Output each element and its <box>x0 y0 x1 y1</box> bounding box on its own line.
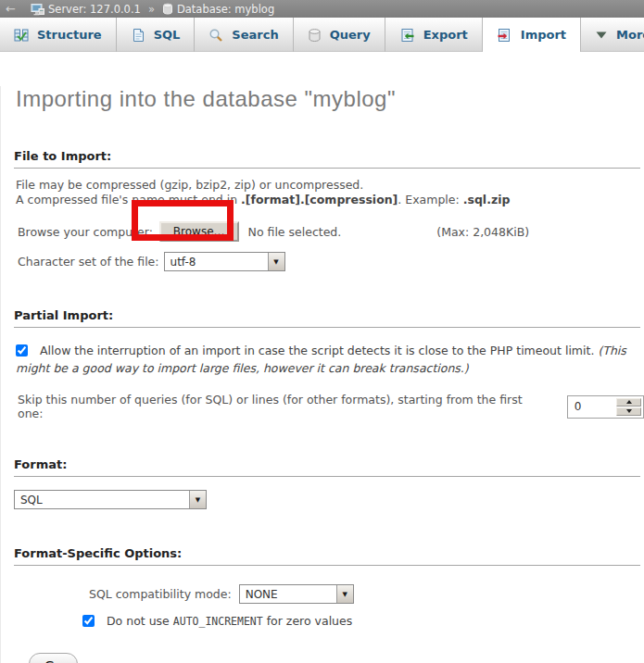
tab-structure[interactable]: Structure <box>0 18 117 52</box>
tab-search[interactable]: Search <box>195 18 293 52</box>
stepper-buttons <box>616 398 641 416</box>
tab-import[interactable]: Import <box>483 18 581 52</box>
info-line2-mid: . Example: <box>398 193 462 206</box>
tab-query[interactable]: Query <box>294 18 385 52</box>
dropdown-arrow-icon[interactable]: ▼ <box>189 491 206 508</box>
format-heading: Format: <box>14 457 640 477</box>
info-line1: File may be compressed (gzip, bzip2, zip… <box>16 178 363 192</box>
tab-label: SQL <box>154 28 181 42</box>
sql-compatibility-select[interactable]: NONE ▼ <box>239 584 354 604</box>
back-arrow-icon[interactable]: ← <box>6 2 26 16</box>
charset-label: Character set of the file: <box>18 255 159 269</box>
format-options-heading: Format-Specific Options: <box>14 546 640 566</box>
browse-label: Browse your computer: <box>18 225 153 239</box>
browse-button[interactable]: Browse… <box>159 221 239 242</box>
breadcrumb-database-label: Database: myblog <box>177 3 274 16</box>
sql-compatibility-value: NONE <box>240 585 336 603</box>
search-icon <box>208 28 223 43</box>
arrow-up-icon <box>626 400 632 404</box>
database-icon <box>162 3 173 15</box>
sql-compatibility-label: SQL compatibility mode: <box>89 587 232 601</box>
breadcrumb-separator: » <box>148 3 155 16</box>
info-example: .sql.zip <box>463 193 511 206</box>
skip-queries-label: Skip this number of queries (for SQL) or… <box>18 393 526 420</box>
breadcrumb-database[interactable]: Database: myblog <box>162 3 274 16</box>
sql-compatibility-row: SQL compatibility mode: NONE ▼ <box>1 584 644 604</box>
auto-increment-keyword: AUTO_INCREMENT <box>173 615 263 628</box>
tab-more[interactable]: More <box>581 18 644 52</box>
auto-increment-text-prefix: Do not use <box>107 614 173 628</box>
skip-queries-value: 0 <box>570 398 616 416</box>
tab-export[interactable]: Export <box>385 18 483 52</box>
breadcrumb-server[interactable]: Server: 127.0.0.1 <box>31 3 141 16</box>
go-button[interactable]: Go <box>29 653 78 663</box>
tab-sql[interactable]: SQL <box>117 18 196 52</box>
tab-label: Search <box>232 28 278 42</box>
stepper-up-button[interactable] <box>616 398 641 407</box>
server-icon <box>31 3 44 16</box>
page-title: Importing into the database "myblog" <box>16 86 644 112</box>
tab-bar: Structure SQL Search Query Export <box>0 18 644 52</box>
compression-info: File may be compressed (gzip, bzip2, zip… <box>16 178 644 207</box>
structure-icon <box>14 28 29 43</box>
format-select[interactable]: SQL ▼ <box>14 490 207 509</box>
browse-row: Browse your computer: Browse… No file se… <box>1 219 644 244</box>
max-upload-size: (Max: 2,048KiB) <box>436 225 529 239</box>
tab-label: Export <box>423 28 468 42</box>
charset-selected-value: utf-8 <box>165 253 268 270</box>
allow-interrupt-text: Allow the interruption of an import in c… <box>40 344 598 357</box>
allow-interrupt-checkbox[interactable] <box>16 344 28 357</box>
allow-interrupt-row: Allow the interruption of an import in c… <box>16 342 635 377</box>
main-content: Importing into the database "myblog" Fil… <box>0 86 644 663</box>
tab-label: More <box>616 28 644 42</box>
info-line2-prefix: A compressed file's name must end in <box>16 193 241 206</box>
skip-queries-row: Skip this number of queries (for SQL) or… <box>1 393 644 420</box>
tab-label: Import <box>521 28 566 42</box>
no-file-selected-text: No file selected. <box>248 225 342 239</box>
stepper-down-button[interactable] <box>616 407 641 416</box>
file-to-import-heading: File to Import: <box>14 149 640 169</box>
tab-label: Query <box>330 28 371 42</box>
phpmyadmin-import-page: ← Server: 127.0.0.1 » Database: myblog S… <box>0 0 644 663</box>
export-icon <box>399 28 415 43</box>
auto-increment-row: Do not use AUTO_INCREMENT for zero value… <box>1 614 644 628</box>
charset-select[interactable]: utf-8 ▼ <box>164 252 285 271</box>
dropdown-arrow-icon[interactable]: ▼ <box>268 253 284 270</box>
breadcrumb-server-label: Server: 127.0.0.1 <box>48 3 141 16</box>
format-selected-value: SQL <box>15 491 189 508</box>
dropdown-arrow-icon[interactable]: ▼ <box>336 585 353 603</box>
breadcrumb-bar: ← Server: 127.0.0.1 » Database: myblog <box>0 0 644 18</box>
arrow-down-icon <box>626 409 632 413</box>
import-icon <box>497 28 512 43</box>
chevron-down-icon <box>595 31 608 40</box>
sql-icon <box>131 28 145 43</box>
partial-import-heading: Partial Import: <box>14 308 640 328</box>
charset-row: Character set of the file: utf-8 ▼ <box>1 252 644 271</box>
auto-increment-text-suffix: for zero values <box>263 614 353 628</box>
tab-label: Structure <box>37 28 102 42</box>
skip-queries-stepper[interactable]: 0 <box>567 395 644 419</box>
query-icon <box>308 28 322 43</box>
auto-increment-checkbox[interactable] <box>82 615 95 627</box>
info-format-pattern: .[format].[compression] <box>241 193 398 206</box>
